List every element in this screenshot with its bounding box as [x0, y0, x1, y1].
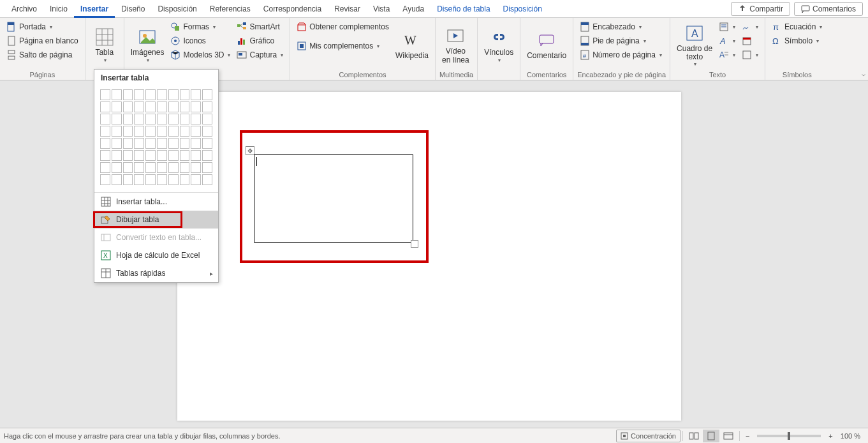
- grafico-button[interactable]: Gráfico: [234, 34, 286, 47]
- hoja-excel-item[interactable]: X Hoja de cálculo de Excel: [94, 246, 218, 264]
- tab-diseno[interactable]: Diseño: [115, 0, 151, 18]
- grid-cell[interactable]: [180, 114, 190, 124]
- grid-cell[interactable]: [180, 101, 190, 112]
- grid-cell[interactable]: [100, 114, 110, 124]
- grid-cell[interactable]: [168, 138, 179, 149]
- dibujar-tabla-item[interactable]: Dibujar tabla: [94, 211, 218, 229]
- tabla-button[interactable]: Tabla ▾: [89, 20, 120, 70]
- wordart-button[interactable]: A▾: [716, 34, 738, 47]
- grid-cell[interactable]: [168, 174, 179, 185]
- smartart-button[interactable]: SmartArt: [234, 20, 286, 33]
- drawn-table[interactable]: ✥: [254, 154, 413, 243]
- imagenes-button[interactable]: Imágenes ▾: [128, 20, 167, 70]
- grid-cell[interactable]: [134, 162, 144, 173]
- grid-cell[interactable]: [123, 89, 133, 100]
- grid-cell[interactable]: [112, 162, 122, 173]
- zoom-slider[interactable]: [757, 435, 821, 437]
- document-page[interactable]: ✥: [177, 92, 681, 421]
- grid-cell[interactable]: [145, 89, 156, 100]
- grid-cell[interactable]: [100, 126, 110, 137]
- quick-parts-button[interactable]: ▾: [716, 20, 738, 33]
- focus-mode-button[interactable]: Concentración: [616, 430, 680, 442]
- captura-button[interactable]: Captura▾: [234, 49, 286, 61]
- grid-cell[interactable]: [112, 89, 122, 100]
- video-button[interactable]: Vídeo en línea: [439, 20, 472, 70]
- grid-cell[interactable]: [202, 162, 212, 173]
- cuadro-texto-button[interactable]: A Cuadro de texto ▾: [674, 20, 715, 70]
- grid-cell[interactable]: [145, 162, 156, 173]
- grid-cell[interactable]: [191, 126, 201, 137]
- grid-cell[interactable]: [191, 114, 201, 124]
- grid-cell[interactable]: [191, 138, 201, 149]
- zoom-in-button[interactable]: +: [825, 430, 836, 442]
- grid-cell[interactable]: [168, 101, 179, 112]
- grid-cell[interactable]: [191, 162, 201, 173]
- grid-cell[interactable]: [134, 138, 144, 149]
- grid-cell[interactable]: [100, 150, 110, 161]
- grid-cell[interactable]: [112, 126, 122, 137]
- iconos-button[interactable]: Iconos: [168, 34, 233, 47]
- grid-cell[interactable]: [112, 114, 122, 124]
- modelos3d-button[interactable]: Modelos 3D▾: [168, 49, 233, 61]
- grid-cell[interactable]: [134, 101, 144, 112]
- grid-cell[interactable]: [157, 162, 167, 173]
- grid-cell[interactable]: [202, 138, 212, 149]
- grid-cell[interactable]: [112, 138, 122, 149]
- grid-cell[interactable]: [145, 150, 156, 161]
- comments-button[interactable]: Comentarios: [794, 2, 863, 16]
- grid-cell[interactable]: [202, 101, 212, 112]
- grid-cell[interactable]: [123, 162, 133, 173]
- encabezado-button[interactable]: Encabezado▾: [577, 20, 665, 33]
- grid-cell[interactable]: [123, 101, 133, 112]
- grid-cell[interactable]: [123, 138, 133, 149]
- share-button[interactable]: Compartir: [731, 2, 790, 16]
- grid-cell[interactable]: [112, 101, 122, 112]
- object-button[interactable]: ▾: [739, 49, 761, 61]
- grid-cell[interactable]: [157, 138, 167, 149]
- grid-cell[interactable]: [123, 126, 133, 137]
- grid-cell[interactable]: [100, 101, 110, 112]
- grid-cell[interactable]: [145, 174, 156, 185]
- tab-vista[interactable]: Vista: [367, 0, 396, 18]
- blank-page-button[interactable]: Página en blanco: [4, 34, 81, 47]
- grid-cell[interactable]: [157, 126, 167, 137]
- grid-cell[interactable]: [112, 150, 122, 161]
- grid-cell[interactable]: [134, 126, 144, 137]
- grid-cell[interactable]: [168, 89, 179, 100]
- grid-cell[interactable]: [100, 174, 110, 185]
- grid-cell[interactable]: [168, 150, 179, 161]
- collapse-ribbon-button[interactable]: ⌵: [862, 70, 865, 77]
- grid-cell[interactable]: [202, 89, 212, 100]
- grid-cell[interactable]: [145, 114, 156, 124]
- grid-cell[interactable]: [191, 89, 201, 100]
- grid-cell[interactable]: [134, 114, 144, 124]
- tab-disposicion-tabla[interactable]: Disposición: [497, 0, 548, 18]
- read-mode-button[interactable]: [685, 430, 703, 442]
- mis-complementos-button[interactable]: Mis complementos▾: [294, 40, 392, 52]
- page-break-button[interactable]: Salto de página: [4, 49, 81, 61]
- comentario-button[interactable]: Comentario: [524, 20, 569, 70]
- signature-button[interactable]: ▾: [739, 20, 761, 33]
- grid-cell[interactable]: [123, 114, 133, 124]
- insertar-tabla-item[interactable]: Insertar tabla...: [94, 193, 218, 211]
- table-size-grid[interactable]: [94, 86, 218, 192]
- grid-cell[interactable]: [157, 174, 167, 185]
- wikipedia-button[interactable]: W Wikipedia: [393, 20, 431, 70]
- grid-cell[interactable]: [145, 126, 156, 137]
- ecuacion-button[interactable]: πEcuación▾: [769, 20, 825, 33]
- formas-button[interactable]: Formas▾: [168, 20, 233, 33]
- table-resize-handle[interactable]: [411, 240, 418, 248]
- tab-referencias[interactable]: Referencias: [203, 0, 257, 18]
- grid-cell[interactable]: [145, 101, 156, 112]
- tab-revisar[interactable]: Revisar: [328, 0, 367, 18]
- grid-cell[interactable]: [168, 162, 179, 173]
- tab-insertar[interactable]: Insertar: [74, 0, 115, 18]
- portada-button[interactable]: Portada▾: [4, 20, 81, 33]
- grid-cell[interactable]: [202, 114, 212, 124]
- simbolo-button[interactable]: ΩSímbolo▾: [769, 34, 825, 47]
- grid-cell[interactable]: [100, 138, 110, 149]
- print-layout-button[interactable]: [703, 430, 719, 442]
- tablas-rapidas-item[interactable]: Tablas rápidas ▸: [94, 264, 218, 282]
- grid-cell[interactable]: [134, 174, 144, 185]
- grid-cell[interactable]: [100, 89, 110, 100]
